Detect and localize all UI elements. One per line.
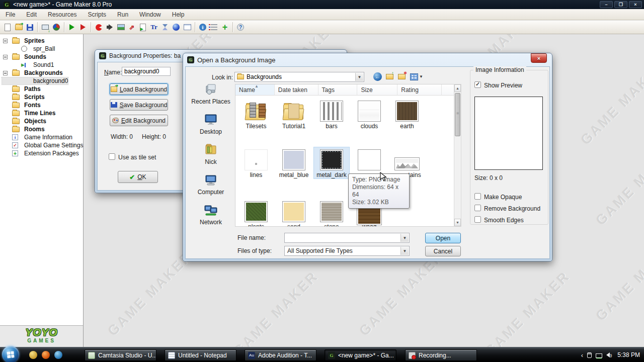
file-earth[interactable]: earth	[389, 99, 425, 130]
file-unnamed[interactable]	[352, 147, 387, 171]
help-icon[interactable]	[235, 22, 246, 33]
extension-packages-icon[interactable]	[219, 22, 230, 33]
network-status-icon[interactable]	[596, 353, 602, 358]
taskbar-button-camtasia[interactable]: Camtasia Studio - U...	[85, 349, 156, 361]
file-clouds[interactable]: clouds	[352, 99, 387, 130]
tree-item-scripts[interactable]: Scripts	[0, 93, 83, 101]
quick-launch-icon-3[interactable]	[54, 351, 62, 359]
tree-item-fonts[interactable]: Fonts	[0, 101, 83, 109]
smooth-edges-checkbox[interactable]	[474, 216, 481, 223]
tree-item-objects[interactable]: Objects	[0, 117, 83, 125]
file-list-scrollbar[interactable]: ▲ ▼	[454, 84, 461, 227]
dropdown-arrow-icon[interactable]: ▼	[400, 234, 409, 242]
restore-button[interactable]: ❐	[614, 1, 627, 8]
dropdown-arrow-icon[interactable]: ▼	[355, 73, 363, 81]
tree-item-backgrounds[interactable]: Backgrounds	[0, 69, 83, 77]
column-header-size[interactable]: Size	[357, 84, 397, 96]
file-bars[interactable]: bars	[314, 99, 349, 130]
close-button[interactable]: ×	[629, 1, 642, 8]
file-lines[interactable]: lines	[238, 147, 274, 178]
scrollbar-thumb[interactable]	[455, 93, 460, 136]
tree-item-rooms[interactable]: Rooms	[0, 125, 83, 133]
tree-item-global-game-settings[interactable]: Global Game Settings	[0, 141, 83, 149]
file-plants[interactable]: plants	[238, 199, 274, 227]
show-preview-checkbox[interactable]	[474, 81, 481, 88]
tree-item-game-information[interactable]: Game Information	[0, 133, 83, 141]
background-name-input[interactable]	[122, 67, 171, 76]
tree-item-sound1[interactable]: Sound1	[0, 61, 83, 69]
file-name-input[interactable]: ▼	[284, 233, 410, 243]
clock[interactable]: 5:38 PM	[617, 351, 640, 358]
dialog-titlebar[interactable]: Open a Background Image	[183, 53, 552, 66]
tree-item-time-lines[interactable]: Time Lines	[0, 109, 83, 117]
place-computer[interactable]: Computer	[189, 172, 233, 203]
minimize-button[interactable]: –	[600, 1, 613, 8]
open-button[interactable]: Open	[425, 233, 461, 243]
collapse-icon[interactable]	[3, 39, 8, 43]
menu-run[interactable]: Run	[112, 10, 134, 20]
place-recent-places[interactable]: Recent Places	[189, 82, 233, 112]
place-nick[interactable]: Nick	[189, 142, 233, 172]
look-in-dropdown[interactable]: Backgrounds ▼	[234, 72, 364, 82]
tree-item-spr-ball[interactable]: spr_Ball	[0, 45, 83, 53]
taskbar-button-notepad[interactable]: Untitled - Notepad	[165, 349, 236, 361]
file-sand[interactable]: sand	[276, 199, 311, 227]
create-script-icon[interactable]	[137, 22, 148, 33]
create-path-icon[interactable]	[126, 22, 137, 33]
ok-button[interactable]: ✔OK	[118, 171, 158, 183]
column-header-rating[interactable]: Rating	[397, 84, 442, 96]
remove-background-checkbox[interactable]	[474, 205, 481, 211]
quick-launch-icon-1[interactable]	[29, 351, 37, 359]
publish-website-icon[interactable]	[51, 22, 62, 33]
game-information-icon[interactable]	[197, 22, 208, 33]
start-button[interactable]	[2, 346, 19, 362]
dialog-close-button[interactable]: ×	[531, 53, 547, 63]
file-tilesets[interactable]: Tilesets	[238, 99, 274, 130]
scroll-down-icon[interactable]: ▼	[454, 219, 461, 226]
scroll-up-icon[interactable]: ▲	[454, 84, 461, 92]
create-background-icon[interactable]	[115, 22, 126, 33]
file-metal-dark[interactable]: metal_dark	[314, 147, 349, 178]
place-network[interactable]: Network	[189, 203, 233, 233]
column-header-tags[interactable]: Tags	[318, 84, 358, 96]
menu-help[interactable]: Help	[167, 10, 190, 20]
save-background-button[interactable]: Save Background	[110, 99, 168, 111]
file-metal-blue[interactable]: metal_blue	[276, 147, 311, 178]
make-opaque-checkbox[interactable]	[474, 193, 481, 200]
run-debug-icon[interactable]	[77, 22, 89, 33]
new-folder-button[interactable]	[397, 72, 407, 81]
collapse-icon[interactable]	[3, 71, 8, 75]
tree-item-paths[interactable]: Paths	[0, 85, 83, 93]
volume-icon[interactable]	[606, 352, 611, 357]
save-file-icon[interactable]	[24, 22, 35, 33]
create-font-icon[interactable]	[148, 22, 159, 33]
use-as-tile-set-checkbox[interactable]	[109, 153, 115, 160]
new-file-icon[interactable]	[2, 22, 13, 33]
open-file-icon[interactable]	[13, 22, 24, 33]
menu-file[interactable]: File	[0, 10, 21, 20]
create-timeline-icon[interactable]	[159, 22, 171, 33]
tree-item-sprites[interactable]: Sprites	[0, 37, 83, 45]
run-game-icon[interactable]	[66, 22, 77, 33]
views-menu-button[interactable]: ▼	[410, 72, 424, 81]
edit-background-button[interactable]: Edit Background	[110, 115, 168, 126]
cancel-button[interactable]: Cancel	[425, 246, 461, 256]
tree-item-background0[interactable]: background0	[0, 77, 83, 85]
taskbar-button-audition[interactable]: Adobe Audition - T...	[245, 349, 316, 361]
place-desktop[interactable]: Desktop	[189, 112, 233, 142]
power-plug-icon[interactable]	[587, 352, 592, 358]
collapse-icon[interactable]	[3, 55, 8, 59]
menu-resources[interactable]: Resources	[42, 10, 82, 20]
load-background-button[interactable]: Load Background	[110, 83, 168, 95]
create-room-icon[interactable]	[182, 22, 193, 33]
back-button[interactable]: ←	[373, 72, 382, 81]
menu-scripts[interactable]: Scripts	[82, 10, 112, 20]
taskbar-button-game-maker[interactable]: <new game>* - Ga...	[325, 349, 396, 361]
file-tutorial1[interactable]: Tutorial1	[276, 99, 311, 130]
create-sprite-icon[interactable]	[93, 22, 104, 33]
create-executable-icon[interactable]	[40, 22, 51, 33]
up-one-level-button[interactable]	[385, 72, 394, 81]
quick-launch-firefox-icon[interactable]	[42, 351, 50, 359]
tray-chevron-icon[interactable]: ‹	[581, 351, 583, 359]
file-stone[interactable]: stone	[314, 199, 349, 227]
